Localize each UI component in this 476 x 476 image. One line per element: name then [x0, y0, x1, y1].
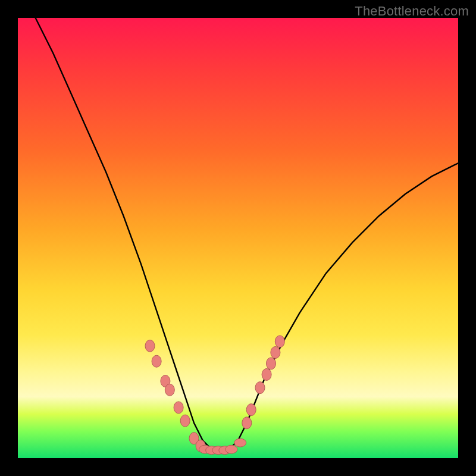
curve-marker — [271, 346, 280, 358]
curve-marker — [262, 368, 271, 380]
curve-marker — [267, 358, 276, 369]
curve-svg — [18, 18, 458, 458]
watermark-text: TheBottleneck.com — [355, 4, 469, 19]
curve-marker — [255, 382, 265, 394]
curve-marker — [234, 439, 246, 447]
curve-marker — [242, 417, 252, 429]
chart-stage: TheBottleneck.com — [0, 0, 476, 476]
curve-marker — [226, 445, 237, 453]
curve-marker — [145, 340, 155, 352]
curve-marker — [174, 402, 183, 414]
curve-marker — [165, 384, 174, 396]
bottleneck-curve — [18, 0, 458, 449]
curve-marker — [152, 355, 161, 367]
curve-marker — [246, 404, 256, 416]
dot-cluster-bottom — [199, 439, 246, 455]
curve-marker — [180, 415, 190, 427]
plot-area — [18, 18, 458, 458]
dot-cluster-left — [145, 340, 205, 452]
curve-marker — [275, 336, 284, 347]
